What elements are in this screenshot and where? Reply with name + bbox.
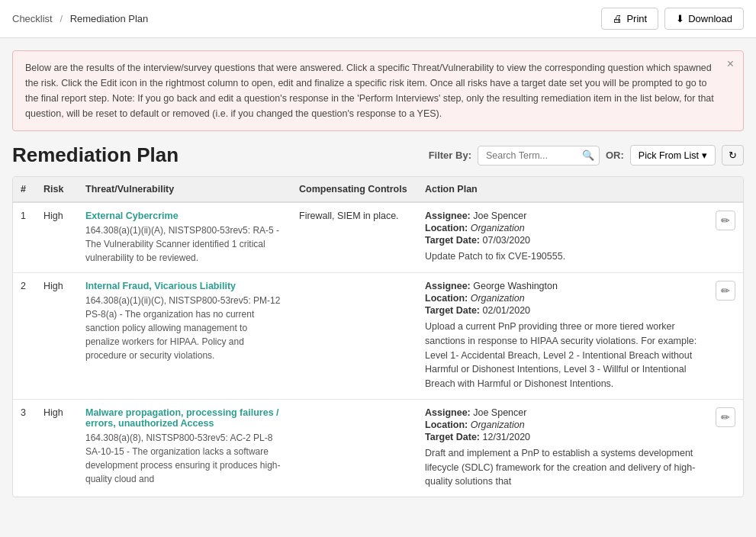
row-action: Assignee: Joe Spencer Location: Organiza… xyxy=(417,399,708,497)
col-header-controls: Compensating Controls xyxy=(291,177,417,202)
action-assignee: Assignee: Joe Spencer xyxy=(425,407,700,418)
col-header-risk: Risk xyxy=(36,177,78,202)
edit-button[interactable]: ✏ xyxy=(716,211,735,230)
action-target-date: Target Date: 12/31/2020 xyxy=(425,432,700,442)
row-num: 1 xyxy=(13,202,36,273)
chevron-down-icon: ▾ xyxy=(702,150,707,161)
col-header-num: # xyxy=(13,177,36,202)
action-assignee: Assignee: George Washington xyxy=(425,281,700,291)
pick-list-label: Pick From List xyxy=(639,150,699,161)
print-label: Print xyxy=(626,13,647,24)
header-buttons: 🖨 Print ⬇ Download xyxy=(601,8,744,30)
col-header-edit xyxy=(708,177,743,202)
target-date-label: Target Date: xyxy=(425,305,480,316)
pick-from-list-button[interactable]: Pick From List ▾ xyxy=(630,145,716,166)
row-threat: Malware propagation, processing failures… xyxy=(78,399,291,497)
row-threat: Internal Fraud, Vicarious Liability 164.… xyxy=(78,273,291,400)
target-date-value: 07/03/2020 xyxy=(483,235,531,246)
threat-title-link[interactable]: Malware propagation, processing failures… xyxy=(85,407,279,429)
download-icon: ⬇ xyxy=(676,13,684,24)
row-edit-cell: ✏ xyxy=(708,202,743,273)
row-controls: Firewall, SIEM in place. xyxy=(291,202,417,273)
assignee-label: Assignee: xyxy=(425,281,471,291)
action-description: Upload a current PnP providing three or … xyxy=(425,320,700,391)
row-controls xyxy=(291,273,417,400)
threat-title-link[interactable]: Internal Fraud, Vicarious Liability xyxy=(85,281,236,291)
alert-banner: Below are the results of the interview/s… xyxy=(12,50,744,131)
target-date-value: 02/01/2020 xyxy=(483,305,531,316)
table-row: 1 High External Cybercrime 164.308(a)(1)… xyxy=(13,202,743,273)
threat-description: 164.308(a)(1)(ii)(C), NISTSP800-53rev5: … xyxy=(85,294,284,362)
print-button[interactable]: 🖨 Print xyxy=(601,8,658,30)
row-edit-cell: ✏ xyxy=(708,273,743,400)
action-target-date: Target Date: 02/01/2020 xyxy=(425,305,700,316)
table-header-row: # Risk Threat/Vulnerability Compensating… xyxy=(13,177,743,202)
assignee-label: Assignee: xyxy=(425,211,471,221)
edit-button[interactable]: ✏ xyxy=(716,407,735,427)
target-date-label: Target Date: xyxy=(425,235,480,246)
action-assignee: Assignee: Joe Spencer xyxy=(425,211,700,221)
assignee-value: George Washington xyxy=(473,281,558,291)
alert-text: Below are the results of the interview/s… xyxy=(25,63,714,119)
refresh-icon: ↻ xyxy=(729,150,737,161)
table-row: 2 High Internal Fraud, Vicarious Liabili… xyxy=(13,273,743,400)
row-num: 2 xyxy=(13,273,36,400)
assignee-label: Assignee: xyxy=(425,407,471,418)
search-icon[interactable]: 🔍 xyxy=(582,150,594,161)
target-date-label: Target Date: xyxy=(425,432,480,442)
threat-title-link[interactable]: External Cybercrime xyxy=(85,211,179,221)
action-target-date: Target Date: 07/03/2020 xyxy=(425,235,700,246)
title-filter-row: Remediation Plan Filter By: 🔍 OR: Pick F… xyxy=(12,143,744,167)
table-row: 3 High Malware propagation, processing f… xyxy=(13,399,743,497)
action-description: Draft and implement a PnP to establish a… xyxy=(425,446,700,489)
action-description: Update Patch to fix CVE-190555. xyxy=(425,249,700,264)
breadcrumb-start[interactable]: Checklist xyxy=(12,13,53,24)
col-header-threat: Threat/Vulnerability xyxy=(78,177,291,202)
row-risk: High xyxy=(36,399,78,497)
row-risk: High xyxy=(36,273,78,400)
col-header-action: Action Plan xyxy=(417,177,708,202)
row-action: Assignee: Joe Spencer Location: Organiza… xyxy=(417,202,708,273)
location-value: Organization xyxy=(471,420,525,430)
search-input[interactable] xyxy=(483,146,582,165)
location-label: Location: xyxy=(425,223,468,233)
refresh-button[interactable]: ↻ xyxy=(722,145,744,166)
location-label: Location: xyxy=(425,420,468,430)
or-label: OR: xyxy=(606,150,624,161)
filter-by-label: Filter By: xyxy=(429,150,471,161)
download-button[interactable]: ⬇ Download xyxy=(664,8,744,30)
row-controls xyxy=(291,399,417,497)
download-label: Download xyxy=(688,13,732,24)
action-location: Location: Organization xyxy=(425,420,700,430)
assignee-value: Joe Spencer xyxy=(473,407,526,418)
alert-close-button[interactable]: × xyxy=(727,57,734,71)
location-value: Organization xyxy=(471,293,525,304)
search-wrapper: 🔍 xyxy=(478,146,600,166)
row-edit-cell: ✏ xyxy=(708,399,743,497)
breadcrumb: Checklist / Remediation Plan xyxy=(12,13,148,24)
header: Checklist / Remediation Plan 🖨 Print ⬇ D… xyxy=(0,0,756,38)
threat-description: 164.308(a)(1)(ii)(A), NISTSP800-53rev5: … xyxy=(85,223,284,265)
breadcrumb-current: Remediation Plan xyxy=(70,13,149,24)
target-date-value: 12/31/2020 xyxy=(483,432,531,442)
print-icon: 🖨 xyxy=(613,13,622,24)
location-value: Organization xyxy=(471,223,525,233)
row-num: 3 xyxy=(13,399,36,497)
location-label: Location: xyxy=(425,293,468,304)
main-content: Remediation Plan Filter By: 🔍 OR: Pick F… xyxy=(0,143,756,510)
edit-button[interactable]: ✏ xyxy=(716,281,735,301)
threat-description: 164.308(a)(8), NISTSP800-53rev5: AC-2 PL… xyxy=(85,431,284,486)
breadcrumb-separator: / xyxy=(60,13,63,24)
action-location: Location: Organization xyxy=(425,293,700,304)
row-threat: External Cybercrime 164.308(a)(1)(ii)(A)… xyxy=(78,202,291,273)
action-location: Location: Organization xyxy=(425,223,700,233)
assignee-value: Joe Spencer xyxy=(473,211,526,221)
row-risk: High xyxy=(36,202,78,273)
page-title: Remediation Plan xyxy=(12,143,179,167)
remediation-table: # Risk Threat/Vulnerability Compensating… xyxy=(12,176,744,497)
row-action: Assignee: George Washington Location: Or… xyxy=(417,273,708,400)
filter-row: Filter By: 🔍 OR: Pick From List ▾ ↻ xyxy=(429,145,744,166)
